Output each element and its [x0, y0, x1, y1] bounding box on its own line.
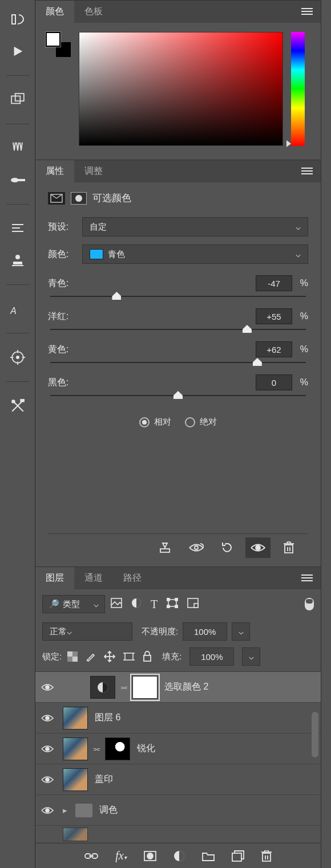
delete-adjustment-button[interactable] — [276, 537, 301, 558]
lock-position-icon[interactable] — [104, 651, 115, 662]
fill-input[interactable]: 100% — [189, 647, 234, 666]
tools-cross-icon[interactable] — [10, 398, 26, 414]
slider-thumb[interactable] — [253, 358, 262, 366]
foreground-background-swatch[interactable] — [46, 32, 71, 57]
layer-row[interactable]: ⫘ 锐化 — [35, 733, 321, 764]
tab-swatches[interactable]: 色板 — [74, 1, 113, 23]
link-layers-button[interactable] — [84, 851, 98, 861]
black-slider[interactable] — [50, 395, 306, 396]
svg-point-14 — [16, 356, 18, 358]
color-field-picker[interactable] — [79, 32, 283, 146]
new-adjustment-button[interactable] — [173, 850, 185, 862]
search-icon: 🔎 — [49, 599, 59, 609]
mask-thumb[interactable] — [132, 676, 158, 699]
filter-type-dropdown[interactable]: 🔎 类型 ⌵ — [42, 595, 105, 613]
opacity-input[interactable]: 100% — [183, 622, 227, 641]
tab-properties[interactable]: 属性 — [35, 160, 74, 182]
preset-dropdown[interactable]: 自定 ⌵ — [82, 217, 308, 237]
tab-layers[interactable]: 图层 — [35, 567, 74, 589]
link-icon[interactable]: ⫘ — [92, 744, 100, 753]
stamp-icon[interactable] — [10, 252, 26, 268]
layer-name[interactable]: 选取颜色 2 — [164, 681, 208, 693]
history-icon[interactable] — [10, 11, 26, 27]
visibility-icon[interactable] — [35, 683, 59, 692]
opacity-label: 不透明度: — [142, 626, 178, 637]
blend-mode-dropdown[interactable]: 正常 ⌵ — [42, 622, 132, 641]
magenta-slider[interactable] — [50, 329, 306, 330]
mask-thumb[interactable] — [105, 737, 130, 760]
layer-row[interactable]: 图层 6 — [35, 703, 321, 733]
play-icon[interactable] — [10, 43, 26, 59]
black-input[interactable] — [256, 374, 292, 390]
brush-preset-icon[interactable] — [10, 172, 26, 188]
reset-button[interactable] — [215, 537, 240, 558]
slider-thumb[interactable] — [112, 292, 121, 300]
view-previous-button[interactable] — [184, 537, 209, 558]
filter-adjustment-icon[interactable] — [131, 598, 142, 611]
brushes-icon[interactable] — [10, 140, 26, 156]
clip-to-layer-button[interactable] — [153, 537, 178, 558]
lock-all-icon[interactable] — [143, 651, 152, 662]
panel-menu-icon[interactable] — [301, 167, 313, 175]
target-icon[interactable] — [10, 349, 26, 365]
character-icon[interactable]: A — [10, 301, 26, 317]
visibility-icon[interactable] — [35, 806, 59, 815]
yellow-slider[interactable] — [50, 362, 306, 363]
radio-absolute[interactable]: 绝对 — [185, 417, 217, 427]
panel-menu-icon[interactable] — [301, 574, 313, 582]
new-group-button[interactable] — [202, 851, 215, 861]
visibility-icon[interactable] — [35, 714, 59, 723]
hue-pointer[interactable] — [286, 140, 291, 147]
panel-menu-icon[interactable] — [301, 7, 313, 15]
foreground-color-swatch[interactable] — [46, 32, 60, 47]
layer-row[interactable]: ▸ 调色 — [35, 795, 321, 826]
fill-dropdown-button[interactable]: ⌵ — [242, 647, 260, 666]
layer-mask-icon[interactable] — [71, 192, 87, 205]
lock-pixels-icon[interactable] — [86, 651, 96, 662]
tab-paths[interactable]: 路径 — [113, 567, 152, 589]
new-layer-button[interactable] — [232, 850, 244, 862]
tab-color[interactable]: 颜色 — [35, 1, 74, 23]
paragraph-icon[interactable] — [10, 221, 26, 237]
layer-effects-button[interactable]: fx▾ — [115, 849, 126, 862]
overlap-icon[interactable] — [10, 92, 26, 108]
tab-adjustments[interactable]: 调整 — [74, 160, 113, 182]
lock-artboard-icon[interactable] — [123, 651, 135, 662]
layer-name[interactable]: 调色 — [99, 804, 118, 816]
color-target-value: 青色 — [108, 249, 125, 260]
layer-name[interactable]: 盖印 — [95, 773, 113, 785]
scrollbar-thumb[interactable] — [312, 712, 318, 757]
cyan-slider[interactable] — [50, 296, 306, 297]
filter-type-text-icon[interactable]: T — [151, 598, 158, 611]
opacity-dropdown-button[interactable]: ⌵ — [232, 622, 250, 641]
radio-relative[interactable]: 相对 — [139, 417, 171, 427]
visibility-icon[interactable] — [35, 744, 59, 753]
link-icon[interactable]: ⫘ — [120, 683, 128, 692]
slider-thumb[interactable] — [243, 325, 252, 333]
visibility-icon[interactable] — [35, 775, 59, 784]
layer-name[interactable]: 锐化 — [137, 743, 155, 755]
toggle-visibility-button[interactable] — [245, 537, 271, 558]
svg-point-4 — [11, 178, 19, 182]
cyan-input[interactable] — [256, 275, 292, 291]
filter-pixel-icon[interactable] — [111, 598, 122, 611]
add-mask-button[interactable] — [144, 851, 156, 861]
blend-mode-value: 正常 — [50, 626, 67, 637]
slider-thumb[interactable] — [173, 391, 183, 399]
properties-panel-body: 可选颜色 预设: 自定 ⌵ 颜色: 青色 ⌵ 青色: % 洋红: % — [35, 182, 321, 567]
lock-transparency-icon[interactable] — [67, 651, 78, 662]
layer-row[interactable]: ⫘ 选取颜色 2 — [35, 672, 321, 703]
layer-row[interactable]: 盖印 — [35, 764, 321, 795]
filter-smartobject-icon[interactable] — [187, 598, 199, 611]
tab-channels[interactable]: 通道 — [74, 567, 113, 589]
filter-shape-icon[interactable] — [167, 598, 178, 611]
hue-slider[interactable] — [291, 32, 305, 146]
magenta-input[interactable] — [256, 308, 292, 324]
layer-row[interactable] — [35, 826, 321, 843]
color-target-dropdown[interactable]: 青色 ⌵ — [82, 244, 308, 264]
layer-name[interactable]: 图层 6 — [95, 712, 120, 724]
delete-layer-button[interactable] — [261, 850, 272, 862]
expand-group-icon[interactable]: ▸ — [63, 805, 67, 816]
filter-toggle[interactable] — [305, 598, 314, 610]
yellow-input[interactable] — [256, 341, 292, 357]
